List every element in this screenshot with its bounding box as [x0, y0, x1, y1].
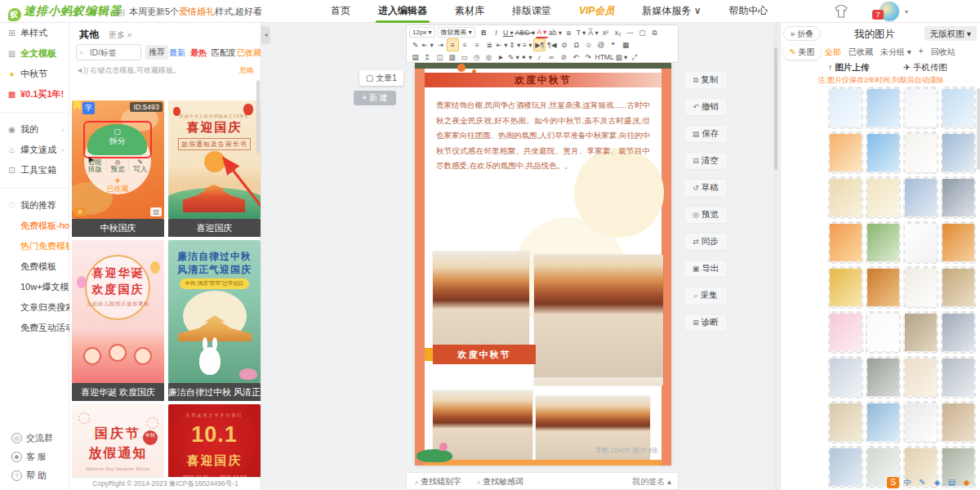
rail-button-保存[interactable]: ▤保存: [684, 126, 727, 142]
image-thumbnail[interactable]: [866, 401, 901, 443]
image-thumbnail[interactable]: [941, 176, 976, 219]
sidebar-item-4[interactable]: ◉我的›: [0, 119, 69, 140]
toolbar-button-2-11[interactable]: ∞: [546, 51, 558, 63]
image-thumbnail[interactable]: [828, 266, 863, 309]
preview-button[interactable]: ◎预览: [107, 158, 129, 173]
beautify-image-button[interactable]: ✎ 美图: [783, 45, 821, 60]
toolbar-button-2-7[interactable]: ►: [495, 51, 507, 63]
sidebar-item-12[interactable]: 文章归类搜索: [0, 297, 69, 318]
toolbox-icon[interactable]: ◆: [960, 477, 973, 488]
toolbar-button-2-6[interactable]: ◎: [483, 51, 495, 63]
toolbar-button-2-12[interactable]: ⊘: [558, 51, 570, 63]
more-link[interactable]: 更多 »: [109, 29, 131, 41]
image-thumbnail[interactable]: [941, 401, 976, 443]
sidebar-item-8[interactable]: 免费模板-hot: [0, 216, 69, 236]
nav-item-5[interactable]: 新媒体服务 ∨: [628, 0, 715, 23]
skin-theme-icon[interactable]: [835, 5, 848, 18]
image-filter-3[interactable]: +: [919, 47, 924, 58]
filter-recommend[interactable]: 推荐: [145, 45, 168, 60]
toolbar-button-1-16[interactable]: ❝: [607, 39, 619, 51]
toolbar-button-0-6[interactable]: A ▾: [536, 27, 548, 38]
tab-other[interactable]: 其他: [79, 28, 99, 42]
nav-item-6[interactable]: 帮助中心: [715, 0, 782, 23]
filter-favorited[interactable]: 已收藏 ▾: [237, 46, 261, 59]
user-avatar[interactable]: 7 ▾: [872, 1, 908, 22]
toolbar-button-1-11[interactable]: ¶◀: [546, 39, 558, 51]
image-thumbnail[interactable]: [828, 87, 863, 129]
toolbar-button-2-13[interactable]: ↶: [570, 51, 582, 63]
ignore-link[interactable]: 忽略: [239, 65, 254, 76]
image-thumbnail[interactable]: [941, 87, 976, 129]
sidebar-item-3[interactable]: ▩¥0.1买1年!: [0, 84, 69, 105]
image-thumbnail[interactable]: [903, 221, 938, 264]
image-thumbnail[interactable]: [903, 401, 938, 443]
article-tab[interactable]: ▢ 文章1: [359, 70, 403, 86]
toolbar-button-1-1[interactable]: ⇤ ▾: [421, 39, 434, 51]
new-article-button[interactable]: + 新 建: [354, 91, 396, 105]
upload-image-button[interactable]: ↑ 图片上传: [828, 62, 869, 74]
toolbar-button-0-2[interactable]: B: [478, 27, 490, 38]
sidebar-item-6[interactable]: ⊡工具宝箱: [0, 160, 69, 180]
toolbar-button-1-9[interactable]: ≡ ▾: [521, 39, 533, 51]
sidebar-footer-item-2[interactable]: ?帮 助: [0, 466, 69, 485]
image-thumbnail[interactable]: [866, 221, 901, 264]
toolbar-button-1-15[interactable]: @: [595, 39, 607, 51]
filter-newest[interactable]: 最新: [169, 46, 185, 59]
rail-button-撤销[interactable]: ↶撤销: [684, 99, 727, 115]
toolbar-button-1-10[interactable]: ▶¶: [533, 38, 546, 51]
sogou-logo-icon[interactable]: S: [887, 477, 899, 488]
toolbar-button-0-5[interactable]: ABC ▾: [514, 27, 536, 38]
rail-button-预览[interactable]: ◎预览: [684, 207, 727, 223]
rail-button-清空[interactable]: ⊟清空: [684, 153, 727, 169]
rail-button-复制[interactable]: ⧉复制: [684, 72, 727, 88]
template-card-integrity-mid-autumn[interactable]: 廉洁自律过中秋 风清正气迎国庆 中秋·国庆“双节”过节倡议: [168, 240, 261, 383]
image-thumbnail[interactable]: [866, 311, 901, 354]
sidebar-item-1[interactable]: ▥全文模板: [0, 43, 69, 64]
toolbar-button-1-14[interactable]: ☺: [582, 39, 595, 51]
keyboard-icon[interactable]: ▤: [946, 477, 958, 488]
image-filter-2[interactable]: 未分组 ▾: [880, 47, 911, 58]
toolbar-button-2-4[interactable]: ▭: [458, 51, 470, 63]
favorited-button[interactable]: ★已收藏: [84, 176, 151, 193]
image-thumbnail[interactable]: [903, 87, 938, 129]
toolbar-button-2-1[interactable]: Σ: [421, 51, 434, 63]
toolbar-button-1-2[interactable]: ⇥: [434, 39, 447, 51]
nav-item-3[interactable]: 排版课堂: [498, 0, 565, 23]
toolbar-button-0-12[interactable]: x₂: [612, 27, 624, 38]
toolbar-button-1-4[interactable]: ≡: [459, 39, 471, 51]
toolbar-button-2-9[interactable]: ✦ ▾: [520, 51, 533, 63]
template-card-welcome-national-day[interactable]: 庆祝中华人民共和国成立73周年 喜迎国庆 放假通知及告家长书: [168, 100, 261, 219]
panel-collapse-handle[interactable]: ◂: [261, 26, 270, 44]
image-thumbnail[interactable]: [866, 176, 901, 219]
collapse-panel-button[interactable]: » 折叠: [783, 26, 821, 41]
rail-button-采集[interactable]: ⌕采集: [684, 287, 727, 304]
toolbar-button-0-11[interactable]: x²: [599, 27, 612, 38]
template-card-kindergarten-national-day[interactable]: 喜迎华诞 欢度国庆 九幼幼儿园国庆放假通知: [72, 240, 164, 383]
find-sensitive-words-button[interactable]: ⌕查找敏感词: [477, 476, 523, 488]
sidebar-item-7[interactable]: ♡我的推荐: [0, 195, 69, 216]
sidebar-item-13[interactable]: 免费互动活动: [0, 318, 69, 338]
toolbar-button-1-5[interactable]: ≡: [471, 39, 483, 51]
filter-hottest[interactable]: 最热: [190, 46, 207, 59]
toolbar-button-1-12[interactable]: ⊜: [558, 39, 570, 51]
panel-scrollbar[interactable]: [256, 80, 260, 154]
rail-button-导出[interactable]: ▣导出: [684, 261, 727, 277]
toolbar-button-2-10[interactable]: ♪: [533, 51, 546, 63]
toolbar-button-1-13[interactable]: Ω: [570, 39, 582, 51]
toolbar-button-0-0[interactable]: 12px ▾: [409, 27, 435, 38]
image-thumbnail[interactable]: [828, 176, 863, 219]
sidebar-item-10[interactable]: 免费模板: [0, 256, 69, 277]
image-thumbnail[interactable]: [903, 131, 938, 174]
toolbar-button-2-15[interactable]: HTML: [595, 51, 615, 63]
toolbar-button-0-3[interactable]: I: [490, 27, 502, 38]
image-thumbnail[interactable]: [941, 356, 976, 399]
filter-match[interactable]: 匹配度: [212, 46, 236, 59]
image-thumbnail[interactable]: [903, 176, 938, 219]
mic-icon[interactable]: ◈: [931, 477, 943, 488]
rail-button-草稿[interactable]: ↺草稿: [684, 180, 727, 196]
toolbar-button-0-13[interactable]: —: [624, 27, 636, 38]
image-thumbnail[interactable]: [941, 311, 976, 354]
toolbar-button-0-8[interactable]: ⧈: [563, 27, 575, 38]
image-thumbnail[interactable]: [941, 221, 976, 264]
toolbar-button-1-0[interactable]: ✎: [409, 39, 421, 51]
